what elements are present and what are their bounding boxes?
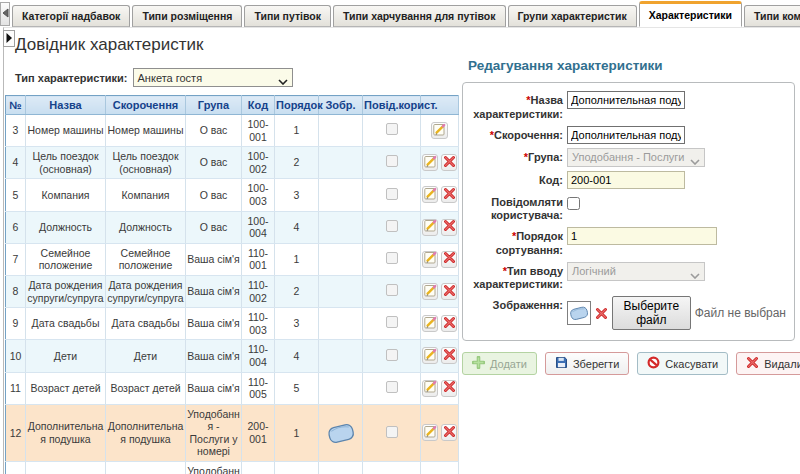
edit-row-button[interactable]: [422, 219, 438, 236]
editor-panel: Редагування характеристики *Назва характ…: [462, 50, 795, 375]
order-cell: 3: [275, 308, 319, 340]
tab-5[interactable]: Групи характеристик: [508, 5, 637, 27]
col-header-order: Порядок: [275, 96, 319, 115]
notify-cell: [363, 179, 421, 211]
delete-row-button[interactable]: [441, 219, 457, 236]
shortname-cell: Дополнительное одеяло: [106, 462, 186, 474]
order-cell: 4: [275, 340, 319, 372]
edit-row-button[interactable]: [431, 122, 448, 139]
actions-cell: [421, 179, 459, 211]
group-select: Уподобання - Послуги у номері: [567, 148, 705, 167]
tab-scroll-left-button[interactable]: [0, 2, 10, 26]
editor-title: Редагування характеристики: [468, 58, 795, 73]
order-cell: 1: [275, 243, 319, 275]
delete-x-icon: [443, 187, 456, 203]
edit-pencil-icon: [424, 251, 437, 267]
group-cell: Уподобання - Послуги у номері: [186, 462, 242, 474]
notify-user-checkbox: [386, 123, 398, 135]
notify-user-checkbox: [386, 316, 398, 328]
edit-row-button[interactable]: [422, 424, 438, 441]
shortname-cell: Цель поездок (основная): [106, 147, 186, 179]
tab-3[interactable]: Типи путівок: [244, 5, 331, 27]
table-row[interactable]: 4Цель поездок (основная)Цель поездок (ос…: [6, 147, 459, 179]
code-field[interactable]: [567, 171, 685, 189]
remove-image-button[interactable]: [595, 307, 608, 320]
tab-label: Типи розміщення: [142, 10, 232, 22]
notify-cell: [363, 340, 421, 372]
tab-bar: Категорії надбавокТипи розміщенняТипи пу…: [0, 0, 800, 27]
shortname-cell: Дата свадьбы: [106, 308, 186, 340]
file-status-text: Файл не выбран: [695, 306, 786, 320]
row-number-cell: 9: [6, 308, 26, 340]
table-row[interactable]: 3Номер машиныНомер машиныО вас100-0011: [6, 115, 459, 147]
sort-order-field[interactable]: [567, 227, 717, 245]
tab-2[interactable]: Типи розміщення: [132, 5, 242, 27]
delete-row-button[interactable]: [441, 283, 457, 300]
table-row[interactable]: 11Возраст детейВозраст детейВаша сім'я11…: [6, 372, 459, 404]
edit-row-button[interactable]: [422, 315, 438, 332]
edit-row-button[interactable]: [422, 347, 438, 364]
notify-user-checkbox[interactable]: [567, 197, 580, 210]
image-cell: [319, 179, 363, 211]
edit-row-button[interactable]: [422, 154, 438, 171]
edit-pencil-icon: [424, 425, 437, 441]
table-row[interactable]: 12Дополнительная подушкаДополнительная п…: [6, 404, 459, 461]
delete-row-button[interactable]: [441, 424, 457, 441]
delete-x-icon: [443, 251, 456, 267]
delete-row-button[interactable]: [441, 380, 457, 397]
image-cell: [319, 308, 363, 340]
name-cell: Дополнительное одеяло: [26, 462, 106, 474]
notify-cell: [363, 275, 421, 307]
input-type-value: Логічний: [572, 265, 616, 277]
panel-expander-button[interactable]: [3, 30, 15, 47]
delete-button[interactable]: Видалити: [736, 352, 800, 375]
table-row[interactable]: 10ДетиДетиВаша сім'я110-0044: [6, 340, 459, 372]
add-button[interactable]: Додати: [462, 352, 537, 375]
name-field[interactable]: [567, 91, 685, 109]
shortname-field[interactable]: [567, 126, 685, 144]
edit-pencil-icon: [433, 123, 446, 139]
table-header-row: № Назва Скорочення Група Код Порядок Зоб…: [6, 96, 459, 115]
shortname-cell: Дополнительная подушка: [106, 404, 186, 461]
table-row[interactable]: 7Семейное положениеСемейное положениеВаш…: [6, 243, 459, 275]
edit-row-button[interactable]: [422, 251, 438, 268]
table-row[interactable]: 8Дата рождения супруги/супругаДата рожде…: [6, 275, 459, 307]
row-number-cell: 6: [6, 211, 26, 243]
table-row[interactable]: 9Дата свадьбыДата свадьбыВаша сім'я110-0…: [6, 308, 459, 340]
order-cell: 2: [275, 462, 319, 474]
delete-row-button[interactable]: [441, 154, 457, 171]
delete-row-button[interactable]: [441, 186, 457, 203]
edit-row-button[interactable]: [422, 186, 438, 203]
group-cell: О вас: [186, 115, 242, 147]
row-number-cell: 4: [6, 147, 26, 179]
notify-cell: [363, 211, 421, 243]
code-cell: 100-001: [242, 115, 275, 147]
edit-pencil-icon: [424, 187, 437, 203]
delete-row-button[interactable]: [441, 347, 457, 364]
actions-cell: [421, 404, 459, 461]
edit-pencil-icon: [424, 284, 437, 300]
edit-row-button[interactable]: [422, 283, 438, 300]
choose-file-button[interactable]: Выберите файл: [612, 296, 691, 330]
cancel-button[interactable]: Скасувати: [637, 352, 728, 375]
tab-4[interactable]: Типи харчування для путівок: [333, 5, 506, 27]
table-row[interactable]: 5КомпанияКомпанияО вас100-0033: [6, 179, 459, 211]
actions-cell: [421, 340, 459, 372]
name-cell: Компания: [26, 179, 106, 211]
tab-6[interactable]: Характеристики: [639, 1, 742, 27]
edit-row-button[interactable]: [422, 380, 438, 397]
save-button[interactable]: Зберегти: [545, 352, 629, 375]
characteristic-type-value: Анкета гостя: [138, 72, 203, 84]
table-row[interactable]: 13Дополнительное одеялоДополнительное од…: [6, 462, 459, 474]
actions-cell: [421, 308, 459, 340]
characteristic-type-select[interactable]: Анкета гостя: [133, 68, 293, 87]
editor-actions: Додати Зберегти Скасувати Видалити: [462, 352, 795, 375]
tab-1[interactable]: Категорії надбавок: [12, 5, 130, 27]
delete-row-button[interactable]: [441, 315, 457, 332]
notify-cell: [363, 462, 421, 474]
delete-row-button[interactable]: [441, 251, 457, 268]
notify-user-checkbox: [386, 284, 398, 296]
group-cell: О вас: [186, 211, 242, 243]
tab-7[interactable]: Типи компанії оператора: [744, 5, 800, 27]
table-row[interactable]: 6ДолжностьДолжностьО вас100-0044: [6, 211, 459, 243]
